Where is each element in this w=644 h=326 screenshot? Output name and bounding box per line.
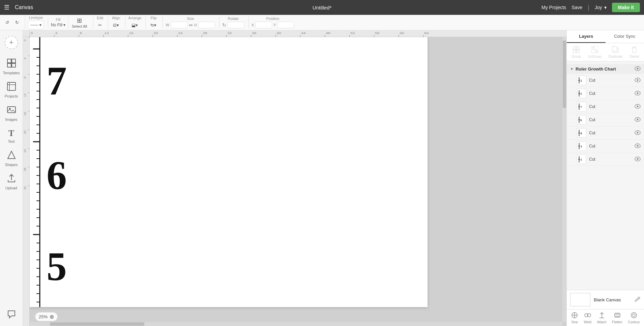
contour-button[interactable]: Contour [628,311,640,324]
edit-label: Edit [97,16,103,20]
app-name: Canvas [15,4,33,10]
width-input[interactable] [171,22,187,28]
sidebar-item-images[interactable]: Images [0,102,23,124]
duplicate-button[interactable]: Duplicate [609,46,623,58]
canvas-scroll-area[interactable]: 7 6 5 25% ⊕ [30,37,566,326]
edit-button[interactable]: ✂ [96,21,104,29]
layer-thumbnail-2: 2 [577,76,586,85]
ungroup-button[interactable]: UnGroup [588,46,602,58]
layer-group-visibility-icon[interactable] [635,66,641,72]
fill-dropdown[interactable]: No Fill ▾ [51,23,65,27]
rotate-input[interactable] [228,22,244,28]
bottom-panel-actions: Sew Weld Attach Flatten [567,309,644,326]
size-group: Size W ⇔ H [166,17,215,28]
sidebar-item-upload[interactable]: Upload [0,171,23,193]
x-label: X [252,23,254,27]
zoom-control: 25% ⊕ [35,312,58,321]
layer-visibility-icon-1[interactable] [635,157,641,162]
group-button[interactable]: Group [572,46,581,58]
layer-item-3[interactable]: 3 Cut [567,140,644,153]
right-panel: Layers Color Sync Group UnGroup [566,30,644,326]
sew-button[interactable]: Sew [571,311,578,324]
x-input[interactable] [255,22,272,28]
svg-point-115 [637,79,639,81]
undo-button[interactable]: ↺ [3,19,11,26]
sidebar-item-new[interactable]: + [0,33,23,54]
svg-point-135 [637,132,639,133]
svg-text:7: 7 [580,105,582,109]
layer-item-1[interactable]: 1 Cut [567,153,644,166]
blank-canvas-edit-icon[interactable] [635,296,641,303]
layer-thumbnail-7: 7 [577,102,586,111]
sidebar-item-templates[interactable]: Templates [0,56,23,78]
layer-item-2[interactable]: 2 Cut [567,74,644,87]
attach-icon [598,311,606,320]
document-title[interactable]: Untitled* [313,5,332,10]
layer-name-2: Cut [589,78,632,83]
layer-item-7[interactable]: 7 Cut [567,100,644,113]
delete-button[interactable]: Delete [630,46,639,58]
layer-item-5[interactable]: 5 Cut [567,87,644,100]
zoom-plus-button[interactable]: ⊕ [50,314,54,320]
horizontal-scrollbar[interactable] [30,322,562,326]
blank-canvas-bar: Blank Canvas [567,290,644,309]
arrange-button[interactable]: ⬓▾ [129,21,140,29]
vertical-scrollbar-thumb[interactable] [563,40,566,108]
shapes-icon [7,150,16,162]
text-icon: T [8,128,14,138]
svg-rect-154 [615,314,620,316]
attach-button[interactable]: Attach [597,311,607,324]
layer-name-1: Cut [589,157,632,162]
layer-visibility-icon-4[interactable] [635,130,641,136]
sidebar-item-projects[interactable]: Projects [0,79,23,101]
user-menu[interactable]: Joy ▾ [595,5,607,10]
align-button[interactable]: ⊟▾ [111,21,121,29]
layer-thumbnail-4: 4 [577,128,586,138]
sidebar-item-chat[interactable] [0,307,23,323]
layer-visibility-icon-3[interactable] [635,143,641,149]
sidebar-item-text[interactable]: T Text [0,126,23,146]
sidebar-upload-label: Upload [5,186,17,190]
menu-icon[interactable]: ☰ [4,4,9,11]
layer-name-7: Cut [589,104,632,109]
layer-visibility-icon-5[interactable] [635,91,641,97]
svg-point-157 [631,313,637,318]
svg-point-130 [637,118,639,120]
tab-color-sync[interactable]: Color Sync [606,30,644,43]
ungroup-icon [591,46,598,54]
svg-text:28: 28 [23,168,27,171]
horizontal-ruler: 0 4 8 12 16 20 24 28 32 [30,30,566,37]
layer-item-4[interactable]: 4 Cut [567,127,644,140]
redo-button[interactable]: ↻ [13,19,21,26]
blank-canvas-thumbnail [570,293,590,306]
weld-button[interactable]: Weld [584,311,592,324]
svg-text:56: 56 [375,31,379,34]
height-input[interactable] [198,22,215,28]
sidebar-item-shapes[interactable]: Shapes [0,147,23,169]
linetype-dropdown[interactable]: —— ▾ [28,21,44,29]
layer-item-6[interactable]: 6 Cut [567,113,644,127]
layer-group-header[interactable]: ▼ Ruler Growth Chart [567,64,644,74]
svg-rect-103 [595,50,597,52]
horizontal-scrollbar-thumb[interactable] [50,322,144,326]
y-input[interactable] [277,22,294,28]
save-button[interactable]: Save [572,5,582,10]
vertical-scrollbar[interactable] [562,37,566,322]
flip-group: Flip ⇆▾ [148,16,158,29]
linetype-value: —— [30,23,38,27]
svg-marker-9 [8,151,15,159]
my-projects-button[interactable]: My Projects [541,5,566,10]
layer-visibility-icon-7[interactable] [635,104,641,110]
canvas-page[interactable]: 7 6 5 [30,37,428,307]
layer-visibility-icon-6[interactable] [635,117,641,123]
select-all-label[interactable]: Select All [72,24,87,28]
layer-visibility-icon-2[interactable] [635,78,641,83]
flatten-button[interactable]: Flatten [612,311,622,324]
svg-text:20: 20 [153,31,158,34]
sidebar-projects-label: Projects [5,94,18,98]
upload-icon [7,173,16,185]
tab-layers[interactable]: Layers [567,30,606,43]
main-layout: + Templates Projects Images T Text [0,30,644,326]
make-it-button[interactable]: Make It [612,3,640,12]
flip-button[interactable]: ⇆▾ [148,21,158,29]
